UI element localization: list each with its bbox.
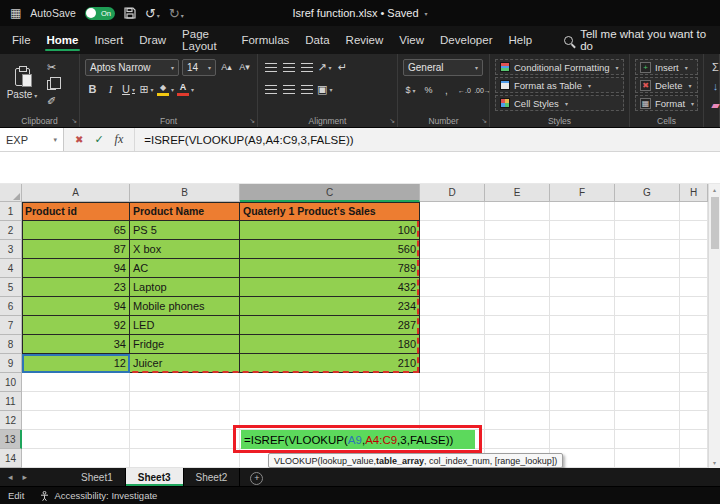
tab-formulas[interactable]: Formulas (233, 26, 297, 54)
cell-C10[interactable] (240, 373, 420, 392)
cell-E9[interactable] (485, 354, 550, 373)
row-header-6[interactable]: 6 (0, 297, 22, 316)
cell-A9[interactable]: 12 (22, 354, 130, 373)
clear-icon[interactable]: ▰ (708, 98, 720, 113)
cell-A5[interactable]: 23 (22, 278, 130, 297)
new-sheet-button[interactable]: + (250, 472, 263, 485)
col-header-D[interactable]: D (420, 184, 485, 202)
scroll-up-icon[interactable]: ▴ (709, 184, 720, 195)
underline-button[interactable]: U (121, 82, 136, 97)
cell-F13[interactable] (550, 430, 615, 449)
percent-style-icon[interactable]: % (421, 83, 436, 98)
row-header-9[interactable]: 9 (0, 354, 22, 373)
tab-insert[interactable]: Insert (86, 26, 131, 54)
cell-B1[interactable]: Product Name (130, 202, 240, 221)
cell-E12[interactable] (485, 411, 550, 430)
tab-data[interactable]: Data (297, 26, 337, 54)
select-all-corner[interactable] (0, 184, 22, 202)
sheet-tab-sheet2[interactable]: Sheet2 (184, 468, 241, 486)
tab-view[interactable]: View (391, 26, 432, 54)
orientation-icon[interactable]: ↗ (317, 60, 332, 75)
cell-C5[interactable]: 432 (240, 278, 420, 297)
cell-G14[interactable] (615, 449, 680, 468)
cell-C8[interactable]: 180 (240, 335, 420, 354)
row-header-3[interactable]: 3 (0, 240, 22, 259)
comma-style-icon[interactable]: , (439, 83, 454, 98)
cell-A10[interactable] (22, 373, 130, 392)
cell-E4[interactable] (485, 259, 550, 278)
apps-grid-icon[interactable]: ▦ (10, 7, 21, 19)
cell-F2[interactable] (550, 221, 615, 240)
enter-icon[interactable]: ✓ (94, 133, 103, 146)
cell-H14[interactable] (680, 449, 708, 468)
tab-draw[interactable]: Draw (131, 26, 174, 54)
tab-help[interactable]: Help (500, 26, 540, 54)
cell-G5[interactable] (615, 278, 680, 297)
cell-D9[interactable] (420, 354, 485, 373)
tab-developer[interactable]: Developer (432, 26, 500, 54)
cell-G1[interactable] (615, 202, 680, 221)
cell-A14[interactable] (22, 449, 130, 468)
fill-down-icon[interactable]: ↓ (708, 79, 720, 94)
cell-D5[interactable] (420, 278, 485, 297)
tab-home[interactable]: Home (39, 26, 87, 54)
cell-B9[interactable]: Juicer (130, 354, 240, 373)
cell-E3[interactable] (485, 240, 550, 259)
row-header-10[interactable]: 10 (0, 373, 22, 392)
cell-G4[interactable] (615, 259, 680, 278)
merge-center-icon[interactable]: ▣ (317, 82, 332, 97)
tell-me[interactable]: Tell me what you want to do (564, 26, 716, 54)
cell-F10[interactable] (550, 373, 615, 392)
col-header-C[interactable]: C (240, 184, 420, 202)
cell-A4[interactable]: 94 (22, 259, 130, 278)
cell-G7[interactable] (615, 316, 680, 335)
decrease-decimal-icon[interactable]: .00→ (475, 83, 490, 98)
vertical-scrollbar[interactable]: ▴ ▾ (708, 184, 720, 468)
scrollbar-thumb[interactable] (711, 197, 719, 249)
cell-B12[interactable] (130, 411, 240, 430)
align-center-button[interactable] (281, 82, 296, 97)
paste-button[interactable]: Paste (5, 58, 39, 110)
font-name-select[interactable]: Aptos Narrow (85, 59, 179, 76)
name-box[interactable]: EXP (0, 128, 64, 151)
format-as-table-button[interactable]: Format as Table (495, 77, 624, 93)
cell-A11[interactable] (22, 392, 130, 411)
cell-C3[interactable]: 560 (240, 240, 420, 259)
redo-button[interactable]: ↻▾ (169, 7, 184, 20)
cell-C7[interactable]: 287 (240, 316, 420, 335)
cell-E6[interactable] (485, 297, 550, 316)
cell-E5[interactable] (485, 278, 550, 297)
cell-A7[interactable]: 92 (22, 316, 130, 335)
row-header-11[interactable]: 11 (0, 392, 22, 411)
row-header-2[interactable]: 2 (0, 221, 22, 240)
cell-E7[interactable] (485, 316, 550, 335)
cell-F11[interactable] (550, 392, 615, 411)
cell-H11[interactable] (680, 392, 708, 411)
cell-F1[interactable] (550, 202, 615, 221)
insert-function-icon[interactable]: fx (115, 132, 124, 147)
cell-B13[interactable] (130, 430, 240, 449)
cell-C2[interactable]: 100 (240, 221, 420, 240)
scroll-down-icon[interactable]: ▾ (709, 457, 720, 468)
row-header-12[interactable]: 12 (0, 411, 22, 430)
cell-H7[interactable] (680, 316, 708, 335)
cell-G2[interactable] (615, 221, 680, 240)
formula-input[interactable]: =ISREF(VLOOKUP(A9,A4:C9,3,FALSE)) (135, 128, 353, 151)
cell-C1[interactable]: Quaterly 1 Product's Sales (240, 202, 420, 221)
cell-H10[interactable] (680, 373, 708, 392)
cell-C11[interactable] (240, 392, 420, 411)
number-dialog-launcher-icon[interactable]: ↘ (481, 117, 487, 125)
bold-button[interactable]: B (85, 82, 100, 97)
cell-A8[interactable]: 34 (22, 335, 130, 354)
col-header-H[interactable]: H (680, 184, 708, 202)
cell-H9[interactable] (680, 354, 708, 373)
cell-E10[interactable] (485, 373, 550, 392)
cell-D8[interactable] (420, 335, 485, 354)
cell-H8[interactable] (680, 335, 708, 354)
format-painter-icon[interactable]: ✐ (44, 94, 59, 109)
cell-F3[interactable] (550, 240, 615, 259)
cell-B6[interactable]: Mobile phones (130, 297, 240, 316)
cell-G13[interactable] (615, 430, 680, 449)
cell-D3[interactable] (420, 240, 485, 259)
cell-C9[interactable]: 210 (240, 354, 420, 373)
